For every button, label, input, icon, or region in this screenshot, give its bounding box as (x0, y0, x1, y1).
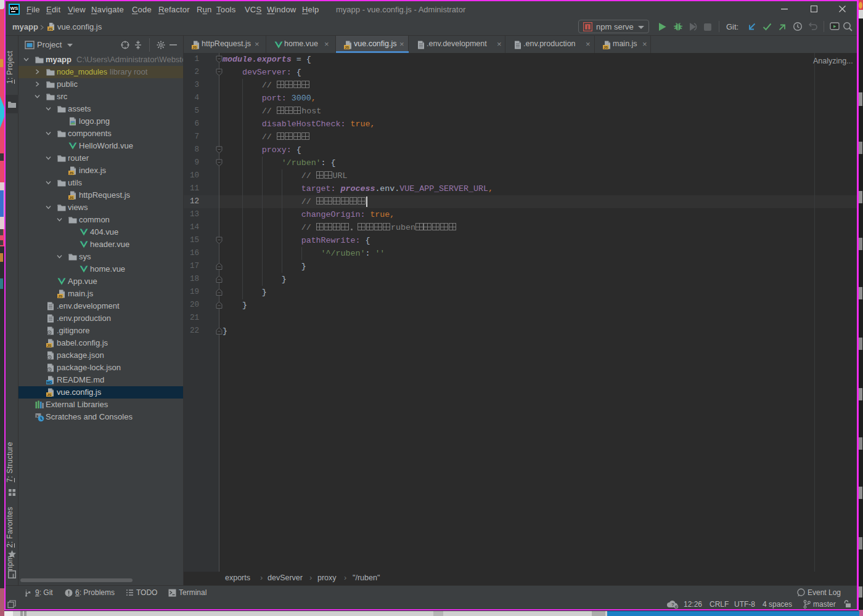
svg-text:WS: WS (10, 6, 19, 11)
svg-text:JS: JS (603, 46, 608, 49)
svg-text:JS: JS (192, 46, 197, 49)
svg-text:JS: JS (69, 171, 73, 175)
svg-text:JS: JS (345, 46, 349, 49)
svg-text:MD: MD (47, 381, 52, 384)
svg-text:JS: JS (48, 27, 52, 31)
svg-text:JS: JS (58, 294, 62, 298)
svg-text:JS: JS (69, 196, 73, 200)
svg-text:JS: JS (47, 344, 51, 347)
svg-text:?: ? (671, 602, 674, 607)
svg-text:JS: JS (47, 393, 51, 397)
